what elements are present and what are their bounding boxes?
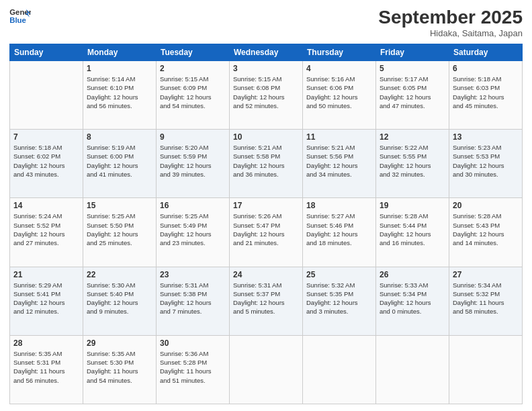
day-info: Sunrise: 5:21 AMSunset: 5:56 PMDaylight:…: [306, 143, 372, 179]
day-info: Sunrise: 5:25 AMSunset: 5:49 PMDaylight:…: [160, 212, 226, 247]
calendar-cell: 22Sunrise: 5:30 AMSunset: 5:40 PMDayligh…: [83, 267, 157, 335]
calendar-week-row: 21Sunrise: 5:29 AMSunset: 5:41 PMDayligh…: [10, 267, 523, 335]
calendar-cell: 29Sunrise: 5:35 AMSunset: 5:30 PMDayligh…: [83, 335, 157, 404]
day-number: 23: [160, 270, 226, 279]
calendar-cell: 21Sunrise: 5:29 AMSunset: 5:41 PMDayligh…: [10, 267, 83, 335]
calendar-header-row: Sunday Monday Tuesday Wednesday Thursday…: [10, 44, 523, 61]
day-info: Sunrise: 5:25 AMSunset: 5:50 PMDaylight:…: [87, 212, 152, 247]
day-info: Sunrise: 5:27 AMSunset: 5:46 PMDaylight:…: [306, 212, 372, 247]
day-number: 10: [233, 132, 299, 142]
day-number: 11: [306, 132, 372, 142]
calendar-body: 1Sunrise: 5:14 AMSunset: 6:10 PMDaylight…: [10, 61, 523, 404]
calendar-cell: 16Sunrise: 5:25 AMSunset: 5:49 PMDayligh…: [157, 198, 230, 267]
day-number: 26: [380, 270, 445, 279]
calendar-cell: 17Sunrise: 5:26 AMSunset: 5:47 PMDayligh…: [230, 198, 303, 267]
day-info: Sunrise: 5:15 AMSunset: 6:08 PMDaylight:…: [233, 75, 299, 110]
day-number: 9: [160, 132, 226, 142]
day-number: 18: [306, 201, 372, 210]
day-number: 6: [453, 64, 519, 73]
day-info: Sunrise: 5:28 AMSunset: 5:44 PMDaylight:…: [380, 212, 445, 247]
day-info: Sunrise: 5:35 AMSunset: 5:31 PMDaylight:…: [13, 349, 79, 385]
day-number: 29: [87, 338, 152, 348]
calendar-cell: 27Sunrise: 5:34 AMSunset: 5:32 PMDayligh…: [449, 267, 523, 335]
day-number: 2: [160, 64, 226, 73]
day-info: Sunrise: 5:18 AMSunset: 6:02 PMDaylight:…: [13, 143, 79, 179]
day-number: 25: [306, 270, 372, 279]
day-number: 7: [13, 132, 79, 142]
calendar-cell: 20Sunrise: 5:28 AMSunset: 5:43 PMDayligh…: [449, 198, 523, 267]
day-number: 22: [87, 270, 152, 279]
col-sunday: Sunday: [10, 44, 83, 61]
calendar-cell: 4Sunrise: 5:16 AMSunset: 6:06 PMDaylight…: [303, 61, 376, 130]
day-number: 19: [380, 201, 445, 210]
day-number: 12: [380, 132, 445, 142]
day-number: 28: [13, 338, 79, 348]
col-saturday: Saturday: [449, 44, 523, 61]
calendar-cell: 23Sunrise: 5:31 AMSunset: 5:38 PMDayligh…: [157, 267, 230, 335]
calendar-cell: 26Sunrise: 5:33 AMSunset: 5:34 PMDayligh…: [376, 267, 449, 335]
calendar-cell: 2Sunrise: 5:15 AMSunset: 6:09 PMDaylight…: [157, 61, 230, 130]
calendar-cell: 28Sunrise: 5:35 AMSunset: 5:31 PMDayligh…: [10, 335, 83, 404]
day-number: 5: [380, 64, 445, 73]
day-info: Sunrise: 5:15 AMSunset: 6:09 PMDaylight:…: [160, 75, 226, 110]
calendar-cell: 14Sunrise: 5:24 AMSunset: 5:52 PMDayligh…: [10, 198, 83, 267]
header: General Blue September 2025 Hidaka, Sait…: [9, 7, 523, 38]
day-info: Sunrise: 5:16 AMSunset: 6:06 PMDaylight:…: [306, 75, 372, 110]
calendar-cell: 9Sunrise: 5:20 AMSunset: 5:59 PMDaylight…: [157, 130, 230, 198]
calendar-week-row: 28Sunrise: 5:35 AMSunset: 5:31 PMDayligh…: [10, 335, 523, 404]
day-info: Sunrise: 5:31 AMSunset: 5:38 PMDaylight:…: [160, 281, 226, 316]
day-info: Sunrise: 5:19 AMSunset: 6:00 PMDaylight:…: [87, 143, 152, 179]
day-number: 16: [160, 201, 226, 210]
calendar-subtitle: Hidaka, Saitama, Japan: [378, 28, 523, 38]
day-info: Sunrise: 5:23 AMSunset: 5:53 PMDaylight:…: [453, 143, 519, 179]
day-info: Sunrise: 5:21 AMSunset: 5:58 PMDaylight:…: [233, 143, 299, 179]
day-info: Sunrise: 5:17 AMSunset: 6:05 PMDaylight:…: [380, 75, 445, 110]
day-number: 1: [87, 64, 152, 73]
calendar-cell: 30Sunrise: 5:36 AMSunset: 5:28 PMDayligh…: [157, 335, 230, 404]
day-number: 8: [87, 132, 152, 142]
day-info: Sunrise: 5:33 AMSunset: 5:34 PMDaylight:…: [380, 281, 445, 316]
calendar-cell: 3Sunrise: 5:15 AMSunset: 6:08 PMDaylight…: [230, 61, 303, 130]
calendar-cell: 8Sunrise: 5:19 AMSunset: 6:00 PMDaylight…: [83, 130, 157, 198]
day-info: Sunrise: 5:22 AMSunset: 5:55 PMDaylight:…: [380, 143, 445, 179]
day-info: Sunrise: 5:36 AMSunset: 5:28 PMDaylight:…: [160, 349, 226, 385]
calendar-cell: [303, 335, 376, 404]
col-tuesday: Tuesday: [157, 44, 230, 61]
day-number: 27: [453, 270, 519, 279]
calendar-cell: 7Sunrise: 5:18 AMSunset: 6:02 PMDaylight…: [10, 130, 83, 198]
day-number: 15: [87, 201, 152, 210]
calendar-page: General Blue September 2025 Hidaka, Sait…: [0, 0, 532, 411]
day-info: Sunrise: 5:29 AMSunset: 5:41 PMDaylight:…: [13, 281, 79, 316]
day-info: Sunrise: 5:31 AMSunset: 5:37 PMDaylight:…: [233, 281, 299, 316]
day-info: Sunrise: 5:14 AMSunset: 6:10 PMDaylight:…: [87, 75, 152, 110]
calendar-cell: 10Sunrise: 5:21 AMSunset: 5:58 PMDayligh…: [230, 130, 303, 198]
calendar-cell: 25Sunrise: 5:32 AMSunset: 5:35 PMDayligh…: [303, 267, 376, 335]
day-info: Sunrise: 5:30 AMSunset: 5:40 PMDaylight:…: [87, 281, 152, 316]
calendar-week-row: 1Sunrise: 5:14 AMSunset: 6:10 PMDaylight…: [10, 61, 523, 130]
logo: General Blue: [9, 7, 31, 26]
day-number: 30: [160, 338, 226, 348]
day-info: Sunrise: 5:26 AMSunset: 5:47 PMDaylight:…: [233, 212, 299, 247]
col-monday: Monday: [83, 44, 157, 61]
calendar-cell: [230, 335, 303, 404]
day-info: Sunrise: 5:24 AMSunset: 5:52 PMDaylight:…: [13, 212, 79, 247]
day-number: 13: [453, 132, 519, 142]
day-number: 3: [233, 64, 299, 73]
calendar-cell: 13Sunrise: 5:23 AMSunset: 5:53 PMDayligh…: [449, 130, 523, 198]
calendar-cell: 19Sunrise: 5:28 AMSunset: 5:44 PMDayligh…: [376, 198, 449, 267]
calendar-cell: 11Sunrise: 5:21 AMSunset: 5:56 PMDayligh…: [303, 130, 376, 198]
calendar-cell: [449, 335, 523, 404]
calendar-cell: 12Sunrise: 5:22 AMSunset: 5:55 PMDayligh…: [376, 130, 449, 198]
calendar-cell: 1Sunrise: 5:14 AMSunset: 6:10 PMDaylight…: [83, 61, 157, 130]
title-block: September 2025 Hidaka, Saitama, Japan: [378, 7, 523, 38]
calendar-cell: [10, 61, 83, 130]
day-info: Sunrise: 5:18 AMSunset: 6:03 PMDaylight:…: [453, 75, 519, 110]
day-number: 21: [13, 270, 79, 279]
day-info: Sunrise: 5:34 AMSunset: 5:32 PMDaylight:…: [453, 281, 519, 316]
calendar-title: September 2025: [378, 7, 523, 28]
day-number: 17: [233, 201, 299, 210]
day-info: Sunrise: 5:35 AMSunset: 5:30 PMDaylight:…: [87, 349, 152, 385]
calendar-week-row: 14Sunrise: 5:24 AMSunset: 5:52 PMDayligh…: [10, 198, 523, 267]
calendar-cell: [376, 335, 449, 404]
calendar-week-row: 7Sunrise: 5:18 AMSunset: 6:02 PMDaylight…: [10, 130, 523, 198]
